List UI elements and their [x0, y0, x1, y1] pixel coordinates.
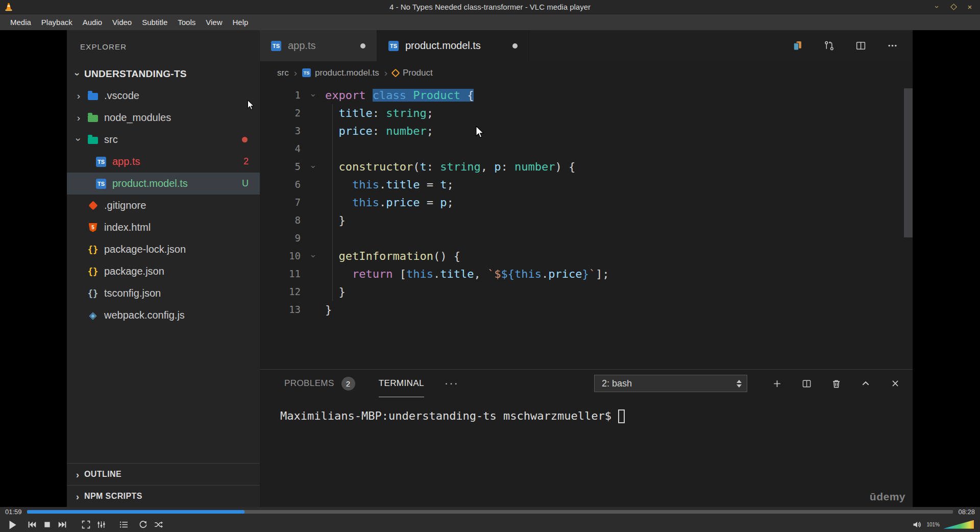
code-line-12[interactable]: 12 } — [260, 283, 913, 301]
code-line-7[interactable]: 7 this.price = p; — [260, 194, 913, 211]
loop-button[interactable] — [137, 518, 149, 530]
menu-tools[interactable]: Tools — [173, 15, 201, 29]
speaker-icon[interactable] — [911, 518, 923, 530]
maximize-button[interactable] — [949, 3, 958, 11]
close-panel-icon[interactable] — [889, 377, 901, 390]
code-line-8[interactable]: 8 } — [260, 211, 913, 229]
code-line-13[interactable]: 13} — [260, 301, 913, 319]
typescript-file-icon: TS — [271, 41, 281, 51]
line-number: 9 — [260, 229, 301, 247]
code-line-2[interactable]: 2 title: string; — [260, 104, 913, 122]
open-changes-icon[interactable] — [791, 40, 803, 52]
section-npm-scripts[interactable]: ›NPM SCRIPTS — [67, 485, 260, 507]
play-button[interactable] — [6, 518, 18, 530]
file-product-model-ts[interactable]: TSproduct.model.tsU — [67, 173, 260, 195]
fullscreen-button[interactable] — [80, 518, 92, 530]
panel-more-icon[interactable]: ··· — [445, 377, 459, 390]
breadcrumb-product-model-ts[interactable]: TSproduct.model.ts — [302, 68, 379, 78]
panel-tabs: PROBLEMS2TERMINAL — [284, 370, 448, 397]
chevron-down-icon: › — [72, 135, 85, 144]
panel-header: PROBLEMS2TERMINAL ··· 2: bash — [260, 370, 913, 397]
code-line-3[interactable]: 3 price: number; — [260, 122, 913, 140]
bottom-panel: PROBLEMS2TERMINAL ··· 2: bash — [260, 369, 913, 507]
terminal-selector[interactable]: 2: bash — [594, 375, 747, 392]
menu-video[interactable]: Video — [107, 15, 137, 29]
extended-settings-button[interactable] — [95, 518, 107, 530]
fold-icon[interactable]: › — [301, 86, 325, 104]
class-symbol-icon — [391, 68, 400, 77]
workspace-root[interactable]: › UNDERSTANDING-TS — [67, 63, 260, 85]
panel-tab-problems[interactable]: PROBLEMS2 — [284, 370, 355, 397]
kill-terminal-icon[interactable] — [830, 377, 842, 390]
more-actions-icon[interactable] — [886, 40, 898, 52]
html-icon: 5 — [89, 223, 97, 232]
panel-tab-terminal[interactable]: TERMINAL — [379, 370, 424, 397]
volume-control: 101% — [911, 518, 974, 530]
fold-icon[interactable]: › — [301, 247, 325, 265]
menu-media[interactable]: Media — [5, 15, 36, 29]
seek-bar[interactable] — [27, 510, 953, 514]
shuffle-button[interactable] — [152, 518, 164, 530]
minimize-button[interactable]: › — [933, 3, 941, 11]
section-outline[interactable]: ›OUTLINE — [67, 463, 260, 485]
code-line-11[interactable]: 11 return [this.title, `$${this.price}`]… — [260, 265, 913, 283]
file-vscode[interactable]: ›.vscode — [67, 85, 260, 107]
code-line-10[interactable]: 10› getInformation() { — [260, 247, 913, 265]
chevron-right-icon: › — [72, 113, 85, 123]
breadcrumb-src[interactable]: src — [277, 68, 289, 78]
breadcrumb-product[interactable]: Product — [393, 68, 433, 78]
line-number: 12 — [260, 283, 301, 301]
file-package-lock-json[interactable]: {}package-lock.json — [67, 238, 260, 260]
file-webpack-config-js[interactable]: ◈webpack.config.js — [67, 304, 260, 326]
previous-button[interactable] — [26, 518, 38, 530]
menu-help[interactable]: Help — [228, 15, 254, 29]
video-area[interactable]: EXPLORER › UNDERSTANDING-TS ›.vscode›nod… — [0, 30, 980, 507]
file-node-modules[interactable]: ›node_modules — [67, 107, 260, 129]
json-icon: {} — [88, 267, 98, 277]
new-terminal-icon[interactable] — [771, 377, 783, 390]
volume-percent: 101% — [926, 522, 940, 527]
tab-product-model-ts[interactable]: TSproduct.model.ts — [377, 30, 529, 61]
code-editor[interactable]: 1›export class Product {2 title: string;… — [260, 84, 913, 369]
indent-guide — [332, 104, 333, 301]
file-index-html[interactable]: 5index.html — [67, 216, 260, 238]
menu-audio[interactable]: Audio — [78, 15, 107, 29]
file-package-json[interactable]: {}package.json — [67, 260, 260, 282]
scrollbar[interactable] — [904, 88, 913, 237]
line-number: 13 — [260, 301, 301, 319]
fold-spacer — [301, 229, 325, 247]
playlist-button[interactable] — [117, 518, 130, 530]
terminal[interactable]: Maximilians-MBP:understanding-ts mschwar… — [260, 397, 913, 425]
split-terminal-icon[interactable] — [800, 377, 813, 390]
file-tree: ›.vscode›node_modules›srcTSapp.ts2TSprod… — [67, 85, 260, 326]
typescript-file-icon: TS — [388, 41, 399, 51]
next-button[interactable] — [56, 518, 68, 530]
editor-area: TSapp.tsTSproduct.model.ts — [260, 30, 913, 507]
code-line-4[interactable]: 4 — [260, 140, 913, 158]
close-button[interactable]: × — [966, 3, 974, 11]
code-line-9[interactable]: 9 — [260, 229, 913, 247]
split-editor-icon[interactable] — [854, 40, 867, 52]
vscode-screen: EXPLORER › UNDERSTANDING-TS ›.vscode›nod… — [67, 30, 913, 507]
tab-app-ts[interactable]: TSapp.ts — [260, 30, 377, 61]
menu-subtitle[interactable]: Subtitle — [137, 15, 173, 29]
maximize-panel-icon[interactable] — [860, 377, 872, 390]
stop-button[interactable] — [41, 518, 53, 530]
code-line-5[interactable]: 5› constructor(t: string, p: number) { — [260, 158, 913, 176]
git-compare-icon[interactable] — [823, 40, 835, 52]
line-number: 1 — [260, 86, 301, 104]
file-src[interactable]: ›src — [67, 129, 260, 151]
breadcrumb-separator: › — [294, 67, 297, 79]
code-line-6[interactable]: 6 this.title = t; — [260, 176, 913, 194]
file-gitignore[interactable]: .gitignore — [67, 195, 260, 216]
chevron-right-icon: › — [72, 91, 85, 101]
code-line-1[interactable]: 1›export class Product { — [260, 86, 913, 104]
file-tsconfig-json[interactable]: {}tsconfig.json — [67, 282, 260, 304]
file-app-ts[interactable]: TSapp.ts2 — [67, 151, 260, 173]
volume-slider[interactable] — [943, 520, 974, 529]
menu-view[interactable]: View — [201, 15, 227, 29]
fold-icon[interactable]: › — [301, 158, 325, 176]
menu-playback[interactable]: Playback — [36, 15, 78, 29]
line-number: 2 — [260, 104, 301, 122]
fold-spacer — [301, 104, 325, 122]
